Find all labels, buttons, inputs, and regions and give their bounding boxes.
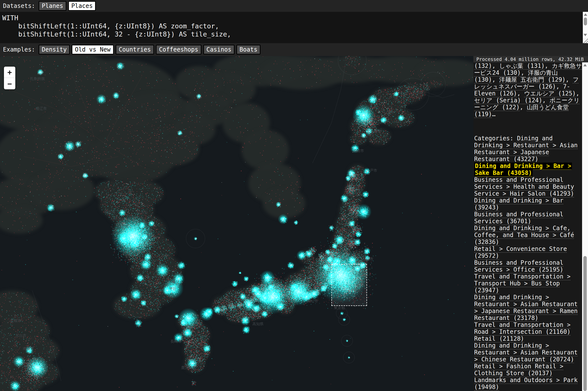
category-link[interactable]: Retail > Fashion Retail > Clothing Store… (474, 363, 563, 377)
categories-list: Categories: Dining and Drinking > Restau… (474, 135, 582, 391)
brand-link[interactable]: セリア (Seria) (124) (474, 97, 542, 104)
scroll-up-icon[interactable] (583, 64, 587, 66)
map-zoom-control: + − (4, 67, 15, 89)
status-bar: Processed 4.04 million rows, 42.32 MiB (473, 56, 588, 62)
sidebar-scrollbar-thumb[interactable] (583, 256, 587, 391)
sidebar-content: (132), しゃぶ葉 (131), カギ救急サービス24 (130), 洋服の… (474, 62, 582, 391)
content: 扎鲁特旗通辽市평양시사리원시개성시강원도울산부산日立市東京都浜松市高知県長崎市鹿… (0, 56, 588, 391)
category-link-selected[interactable]: Dining and Drinking > Bar > Sake Bar (43… (474, 163, 572, 176)
brand-link[interactable]: ウエルシア (125) (524, 90, 576, 97)
map-canvas[interactable] (0, 56, 473, 391)
category-link[interactable]: Dining and Drinking > Restaurant > Asian… (474, 294, 578, 321)
examples-bar: Examples: DensityOld vs NewCountriesCoff… (0, 43, 588, 56)
example-button-density[interactable]: Density (38, 45, 70, 55)
scroll-down-icon[interactable] (584, 34, 587, 36)
dataset-button-places[interactable]: Places (68, 1, 96, 11)
category-link[interactable]: Business and Professional Services > Off… (474, 259, 563, 273)
code-scrollbar[interactable] (583, 12, 588, 38)
category-link[interactable]: Travel and Transportation > Road > Inter… (474, 321, 571, 335)
resize-grip-icon[interactable] (583, 38, 588, 43)
brand-link[interactable]: 洋麺屋 五右衛門 (129) (499, 76, 566, 83)
dataset-button-planes[interactable]: Planes (38, 1, 66, 11)
app: Datasets: PlanesPlaces WITH bitShiftLeft… (0, 0, 588, 391)
category-link[interactable]: Dining and Drinking > Bar (39243) (474, 197, 563, 211)
examples-buttons: DensityOld vs NewCountriesCoffeeshopsCas… (38, 45, 262, 55)
zoom-out-button[interactable]: − (4, 78, 15, 89)
datasets-label: Datasets: (3, 2, 35, 9)
sidebar: Processed 4.04 million rows, 42.32 MiB (… (473, 56, 588, 391)
brand-link[interactable]: しゃぶ葉 (131) (499, 62, 545, 69)
map-selection-rectangle[interactable] (331, 264, 367, 306)
example-button-old-vs-new[interactable]: Old vs New (72, 45, 114, 55)
category-link[interactable]: Business and Professional Services > Hea… (474, 176, 574, 197)
code-scrollbar-thumb[interactable] (584, 17, 587, 25)
category-link[interactable]: Dining and Drinking > Cafe, Coffee, and … (474, 225, 574, 245)
category-link[interactable]: Landmarks and Outdoors > Park (19498) (474, 377, 578, 391)
category-link[interactable]: Retail (21128) (474, 335, 524, 342)
example-button-coffeeshops[interactable]: Coffeeshops (156, 45, 201, 55)
datasets-buttons: PlanesPlaces (38, 1, 98, 11)
category-link[interactable]: Business and Professional Services (3670… (474, 211, 563, 225)
example-button-casinos[interactable]: Casinos (203, 45, 235, 55)
example-button-boats[interactable]: Boats (236, 45, 261, 55)
category-link[interactable]: Dining and Drinking > Restaurant > Asian… (474, 342, 578, 363)
example-button-countries[interactable]: Countries (116, 45, 154, 55)
category-link[interactable]: Travel and Transportation > Transport Hu… (474, 273, 571, 294)
sql-editor[interactable]: WITH bitShiftLeft(1::UInt64, {z:UInt8}) … (0, 12, 588, 43)
datasets-bar: Datasets: PlanesPlaces (0, 0, 588, 12)
zoom-in-button[interactable]: + (4, 67, 15, 78)
sql-code[interactable]: WITH bitShiftLeft(1::UInt64, {z:UInt8}) … (0, 12, 588, 40)
sidebar-scrollbar[interactable] (582, 62, 588, 391)
categories-label: Categories: (474, 135, 517, 142)
brand-link[interactable]: (132) (474, 62, 492, 69)
category-link[interactable]: Retail > Convenience Store (29572) (474, 245, 567, 259)
brands-list: (132), しゃぶ葉 (131), カギ救急サービス24 (130), 洋服の… (474, 62, 582, 118)
scroll-up-icon[interactable] (584, 13, 587, 16)
map[interactable]: 扎鲁特旗通辽市평양시사리원시개성시강원도울산부산日立市東京都浜松市高知県長崎市鹿… (0, 56, 473, 391)
examples-label: Examples: (3, 46, 35, 53)
